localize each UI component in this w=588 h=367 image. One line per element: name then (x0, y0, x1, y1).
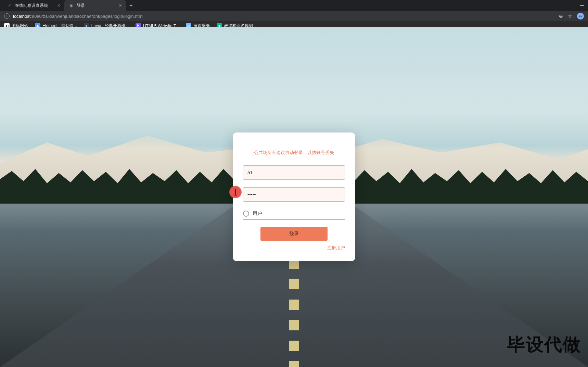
role-group: 用户 (243, 209, 345, 219)
page-content: 公共场所不建议自动登录，以防账号丢失 用户 登录 注册用户 毕设代做 (0, 27, 588, 367)
password-group (243, 187, 345, 203)
login-button[interactable]: 登录 (260, 227, 328, 241)
tab-title: 在线问卷调查系统 (15, 3, 48, 9)
tab-survey-system[interactable]: ✓ 在线问卷调查系统 × (3, 0, 64, 11)
username-input[interactable] (243, 165, 345, 180)
warning-text: 公共场所不建议自动登录，以防账号丢失 (243, 150, 345, 156)
role-radio-label: 用户 (253, 211, 262, 217)
url-host: localhost (13, 14, 30, 19)
role-radio-group: 用户 (243, 209, 345, 218)
register-link[interactable]: 注册用户 (243, 245, 345, 251)
browser-chrome: ✓ 在线问卷调查系统 × ◉ 登录 × + ─ i localhost:8080… (0, 0, 588, 27)
zoom-icon[interactable]: ⊕ (559, 13, 563, 19)
globe-icon: ◉ (68, 3, 74, 8)
address-bar: i localhost:8080/zaixianwenjuandiaocha/f… (0, 11, 588, 21)
window-controls: ─ (580, 2, 588, 9)
role-radio-user[interactable] (243, 211, 249, 217)
tab-login[interactable]: ◉ 登录 × (64, 0, 126, 11)
close-icon[interactable]: × (57, 3, 60, 8)
close-icon[interactable]: × (119, 3, 122, 8)
password-input[interactable] (243, 187, 345, 202)
tab-title: 登录 (77, 3, 85, 9)
url-path: :8080/zaixianwenjuandiaocha/front/pages/… (30, 14, 143, 19)
login-card: 公共场所不建议自动登录，以防账号丢失 用户 登录 注册用户 (233, 132, 355, 261)
watermark-text: 毕设代做 (507, 333, 581, 357)
site-info-icon[interactable]: i (4, 13, 10, 19)
new-tab-button[interactable]: + (126, 2, 136, 9)
username-group (243, 165, 345, 181)
tab-favicon-icon: ✓ (7, 3, 12, 8)
tab-bar: ✓ 在线问卷调查系统 × ◉ 登录 × + ─ (0, 0, 588, 11)
minimize-icon[interactable]: ─ (580, 2, 584, 9)
profile-icon[interactable]: ඏ (577, 13, 584, 20)
star-icon[interactable]: ☆ (568, 13, 572, 19)
url-input[interactable]: localhost:8080/zaixianwenjuandiaocha/fro… (13, 14, 555, 19)
